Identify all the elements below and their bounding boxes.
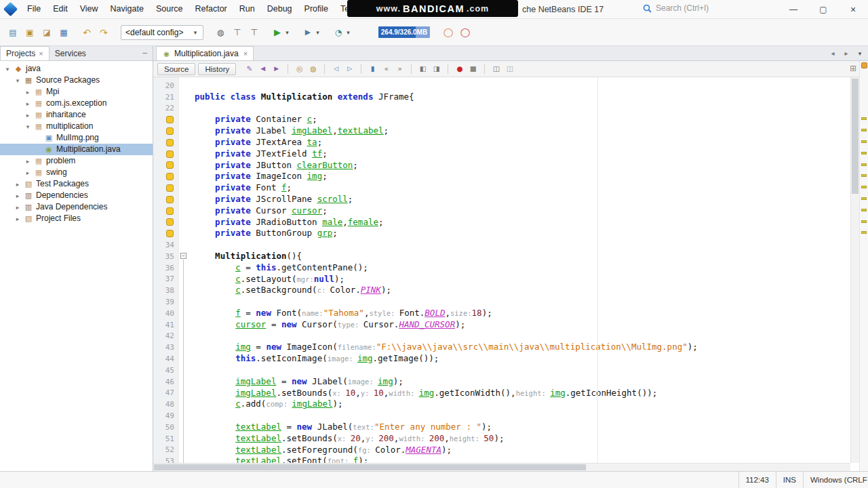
stripe-warning-mark[interactable] xyxy=(861,174,867,177)
code-line[interactable] xyxy=(195,410,850,422)
tab-list-dropdown-icon[interactable]: ▾ xyxy=(856,49,864,58)
new-project-icon[interactable]: ▣ xyxy=(24,26,36,39)
horizontal-scrollbar-thumb[interactable] xyxy=(154,464,586,470)
start-macro-icon[interactable]: ● xyxy=(454,64,465,74)
redo-icon[interactable]: ↷ xyxy=(98,26,110,39)
debug-project-button[interactable]: ▶▾ xyxy=(302,26,321,39)
build-project-icon[interactable]: ⊤ xyxy=(231,26,243,39)
stripe-warning-mark[interactable] xyxy=(861,220,867,223)
code-area[interactable]: public class Multiplication extends JFra… xyxy=(188,77,850,463)
stripe-warning-mark[interactable] xyxy=(861,209,867,211)
code-line[interactable]: img = new ImageIcon(filename:"F:\\java\\… xyxy=(195,342,850,353)
history-view-button[interactable]: History xyxy=(198,63,236,75)
minimize-button[interactable]: — xyxy=(778,0,808,19)
highlight-icon[interactable]: ◍ xyxy=(308,64,318,74)
back-icon[interactable]: ◀ xyxy=(258,64,268,74)
warning-badge-icon[interactable] xyxy=(166,139,174,146)
tree-item-project-files[interactable]: ▸▧Project Files xyxy=(0,213,153,224)
dropdown-arrow-icon[interactable]: ▾ xyxy=(345,26,351,39)
code-line[interactable]: c = this.getContentPane(); xyxy=(195,262,850,274)
vertical-scrollbar[interactable] xyxy=(850,77,859,463)
dropdown-arrow-icon[interactable]: ▾ xyxy=(284,26,290,39)
menu-run[interactable]: Run xyxy=(233,0,261,18)
prev-bookmark-icon[interactable]: « xyxy=(381,64,391,74)
prev-occurrence-icon[interactable]: ◁ xyxy=(331,64,341,74)
close-button[interactable]: × xyxy=(838,0,868,19)
menu-debug[interactable]: Debug xyxy=(261,0,298,18)
code-line[interactable]: this.setIconImage(image: img.getImage())… xyxy=(195,353,850,365)
warning-badge-icon[interactable] xyxy=(166,161,174,169)
source-view-button[interactable]: Source xyxy=(157,63,195,75)
code-line[interactable]: textLabel.setForeground(fg: Color.MAGENT… xyxy=(195,445,850,456)
warning-badge-icon[interactable] xyxy=(166,173,174,180)
open-project-icon[interactable]: ◪ xyxy=(41,26,53,39)
expander-icon[interactable]: ▸ xyxy=(14,216,21,222)
code-line[interactable]: f = new Font(name:"Tahoma",style: Font.B… xyxy=(195,308,850,319)
tree-item-com-js-exception[interactable]: ▸▦com.js.exception xyxy=(0,98,153,109)
debug-project-icon[interactable]: ▶ xyxy=(302,26,314,39)
code-line[interactable]: private Cursor cursor; xyxy=(195,205,850,217)
menu-view[interactable]: View xyxy=(74,0,104,18)
save-all-icon[interactable]: ▦ xyxy=(58,26,70,39)
run-project-button[interactable]: ▶▾ xyxy=(271,26,290,39)
find-selection-icon[interactable]: ◎ xyxy=(294,64,304,74)
menu-refactor[interactable]: Refactor xyxy=(189,0,233,18)
caret-position[interactable]: 112:43 xyxy=(738,472,776,488)
warning-badge-icon[interactable] xyxy=(166,184,174,192)
menu-edit[interactable]: Edit xyxy=(47,0,74,18)
profile-project-icon[interactable]: ◔ xyxy=(332,26,344,39)
code-line[interactable]: private JButton clearButton; xyxy=(195,160,850,171)
code-line[interactable]: c.setBackground(c: Color.PINK); xyxy=(195,285,850,296)
shift-left-icon[interactable]: ◧ xyxy=(418,64,428,74)
code-line[interactable] xyxy=(195,296,850,308)
warning-badge-icon[interactable] xyxy=(166,218,174,226)
shift-right-icon[interactable]: ◨ xyxy=(431,64,441,74)
code-line[interactable]: private ButtonGroup grp; xyxy=(195,228,850,239)
code-line[interactable]: private JRadioButton male,female; xyxy=(195,217,850,228)
comment-icon[interactable]: ◫ xyxy=(491,64,501,74)
memory-gauge[interactable]: 264.9/326.0MB xyxy=(378,26,430,38)
run-project-icon[interactable]: ▶ xyxy=(271,26,283,39)
uncomment-icon[interactable]: ◫ xyxy=(505,64,515,74)
insert-mode[interactable]: INS xyxy=(776,472,803,488)
next-bookmark-icon[interactable]: » xyxy=(395,64,405,74)
tab-services[interactable]: Services xyxy=(50,47,92,60)
code-line[interactable]: private Container c; xyxy=(195,114,850,125)
code-line[interactable]: private ImageIcon img; xyxy=(195,171,850,182)
code-line[interactable]: textLabel.setBounds(x: 20,y: 200,width: … xyxy=(195,433,850,445)
warning-badge-icon[interactable] xyxy=(166,116,174,123)
expander-icon[interactable]: ▾ xyxy=(24,123,31,130)
menu-source[interactable]: Source xyxy=(150,0,189,18)
stripe-warning-mark[interactable] xyxy=(861,117,867,120)
quick-search-input[interactable]: Search (Ctrl+I) xyxy=(643,3,745,13)
undo-icon[interactable]: ↶ xyxy=(81,26,93,39)
code-line[interactable]: imgLabel = new JLabel(image: img); xyxy=(195,376,850,388)
code-line[interactable]: textLabel = new JLabel(text:"Enter any n… xyxy=(195,422,850,433)
stripe-warning-mark[interactable] xyxy=(861,129,867,131)
clean-build-icon[interactable]: ⊤ xyxy=(248,26,260,39)
vertical-scrollbar-thumb[interactable] xyxy=(852,79,859,194)
warning-badge-icon[interactable] xyxy=(166,230,174,237)
expander-icon[interactable]: ▸ xyxy=(24,112,31,119)
code-line[interactable] xyxy=(195,103,850,115)
code-line[interactable]: private JTextField tf; xyxy=(195,148,850,160)
menu-file[interactable]: File xyxy=(21,0,47,18)
expander-icon[interactable]: ▸ xyxy=(24,100,31,107)
close-tab-icon[interactable]: × xyxy=(243,49,248,58)
editor-grid-icon[interactable]: ⊞ xyxy=(850,64,856,73)
tree-item-mpi[interactable]: ▸▦Mpi xyxy=(0,86,153,98)
code-line[interactable]: public class Multiplication extends JFra… xyxy=(195,92,850,103)
next-occurrence-icon[interactable]: ▷ xyxy=(344,64,355,74)
code-line[interactable]: textLabel.setFont(font: f); xyxy=(195,455,850,463)
expander-icon[interactable]: ▸ xyxy=(14,181,21,188)
fold-toggle[interactable]: − xyxy=(180,253,186,259)
menu-navigate[interactable]: Navigate xyxy=(104,0,150,18)
warning-badge-icon[interactable] xyxy=(166,207,174,215)
toggle-bookmark-icon[interactable]: ▮ xyxy=(368,64,378,74)
maximize-button[interactable]: ▢ xyxy=(808,0,838,19)
stop-macro-icon[interactable]: ■ xyxy=(468,64,478,74)
tree-item-inharitance[interactable]: ▸▦inharitance xyxy=(0,109,153,121)
warning-badge-icon[interactable] xyxy=(166,127,174,135)
stripe-warning-mark[interactable] xyxy=(861,186,867,188)
tree-item-multiplication-java[interactable]: ◉Multiplication.java xyxy=(0,144,153,155)
